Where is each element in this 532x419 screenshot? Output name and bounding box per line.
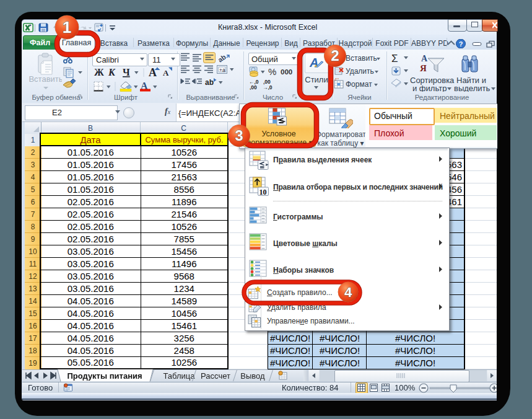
svg-text:2: 2 — [331, 47, 339, 64]
svg-text:1: 1 — [63, 18, 71, 37]
svg-text:3: 3 — [235, 127, 243, 144]
svg-text:4: 4 — [344, 284, 352, 300]
